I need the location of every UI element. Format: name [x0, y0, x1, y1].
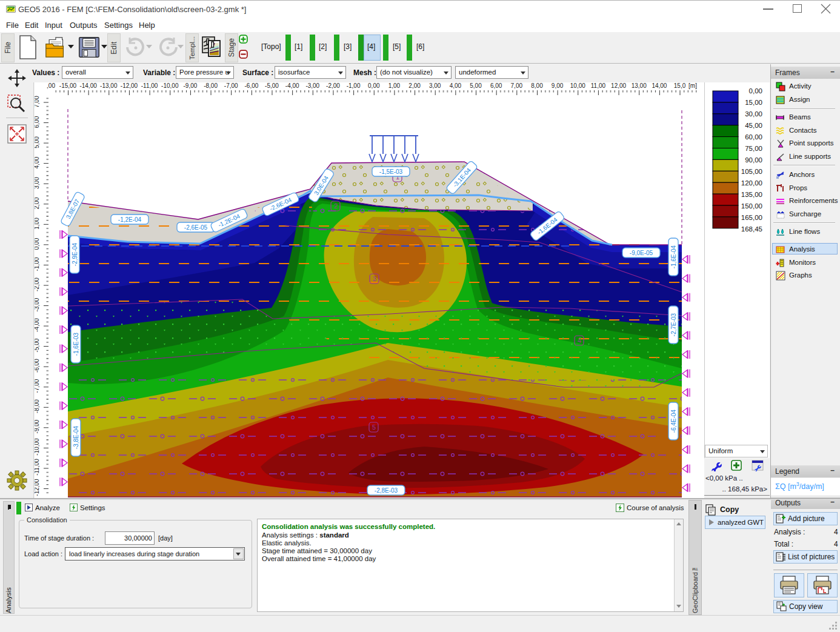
svg-text:-3,00: -3,00 [305, 82, 319, 89]
svg-text:15,0: 15,0 [674, 82, 686, 89]
svg-text:0,00: 0,00 [35, 238, 40, 250]
svg-text:-12,00: -12,00 [121, 82, 138, 89]
svg-text:-6,00: -6,00 [35, 359, 40, 373]
svg-text:-4,00: -4,00 [285, 82, 299, 89]
svg-text:[m]: [m] [688, 82, 697, 89]
svg-text:0,00: 0,00 [749, 87, 762, 95]
svg-text:-6,00: -6,00 [245, 82, 259, 89]
svg-text:-2,6E-05: -2,6E-05 [184, 224, 208, 231]
svg-text:-1,2E-04: -1,2E-04 [118, 216, 142, 223]
svg-text:9,00: 9,00 [552, 82, 564, 89]
svg-text:-9,00: -9,00 [184, 82, 198, 89]
svg-text:-9,0E-05: -9,0E-05 [630, 250, 653, 256]
svg-text:14,00: 14,00 [652, 82, 667, 89]
svg-text:13,00: 13,00 [632, 82, 647, 89]
svg-text:-2,00: -2,00 [35, 278, 40, 291]
svg-text:11,00: 11,00 [591, 82, 606, 89]
svg-text:-10,00: -10,00 [35, 438, 40, 456]
svg-text:12,00: 12,00 [611, 82, 626, 89]
svg-text:-12,00: -12,00 [35, 479, 40, 496]
svg-text:90,00: 90,00 [745, 156, 762, 164]
svg-text:-11,00: -11,00 [35, 459, 40, 476]
svg-text:75,00: 75,00 [745, 145, 762, 152]
svg-text:-4,00: -4,00 [35, 318, 40, 332]
svg-text:6,00: 6,00 [490, 82, 502, 89]
svg-text:150,00: 150,00 [741, 202, 762, 210]
svg-text:-2,9E-04: -2,9E-04 [72, 242, 78, 266]
svg-text:120,00: 120,00 [741, 179, 762, 187]
svg-text:45,00: 45,00 [745, 122, 762, 129]
svg-text:-3,8E-04: -3,8E-04 [73, 425, 79, 449]
svg-text:3: 3 [373, 275, 376, 282]
svg-text:10,00: 10,00 [570, 82, 585, 89]
svg-text:0,00: 0,00 [368, 82, 380, 89]
svg-text:15,00: 15,00 [745, 99, 762, 106]
svg-text:3,00: 3,00 [35, 177, 40, 189]
svg-text:-7,00: -7,00 [224, 82, 238, 89]
svg-text:-2,7E-03: -2,7E-03 [670, 313, 677, 336]
svg-text:-1,6E-03: -1,6E-03 [73, 332, 79, 356]
svg-text:1,00: 1,00 [388, 82, 401, 89]
svg-text:168,45: 168,45 [741, 225, 762, 233]
svg-text:-13,00: -13,00 [100, 82, 118, 89]
svg-text:-1,5E-03: -1,5E-03 [379, 168, 403, 175]
svg-text:-1,00: -1,00 [35, 257, 40, 271]
svg-text:-8,00: -8,00 [204, 82, 218, 89]
svg-text:-5,00: -5,00 [265, 82, 279, 89]
svg-text:-10,00: -10,00 [161, 82, 179, 89]
svg-text:5,00: 5,00 [35, 136, 40, 148]
svg-text:6,00: 6,00 [35, 116, 40, 128]
svg-text:1,00: 1,00 [35, 218, 40, 230]
svg-text:-1,00: -1,00 [347, 82, 361, 89]
svg-text:4,00: 4,00 [35, 156, 40, 168]
svg-text:135,00: 135,00 [741, 191, 762, 198]
svg-text:-8,00: -8,00 [35, 399, 40, 413]
svg-text:-9,00: -9,00 [35, 419, 40, 433]
svg-text:2,00: 2,00 [35, 197, 40, 209]
svg-text:4,00: 4,00 [450, 82, 462, 89]
svg-text:7,00: 7,00 [511, 82, 523, 89]
svg-text:3,00: 3,00 [429, 82, 441, 89]
svg-text:5,00: 5,00 [470, 82, 482, 89]
svg-text:7,00: 7,00 [35, 96, 40, 108]
svg-text:2: 2 [334, 202, 338, 210]
svg-text:-6,4E-04: -6,4E-04 [670, 409, 677, 433]
svg-text:4: 4 [578, 337, 581, 344]
svg-text:-3,00: -3,00 [35, 298, 40, 311]
svg-text:-14,00: -14,00 [79, 82, 97, 89]
svg-text:105,00: 105,00 [741, 168, 762, 175]
svg-text:-1,6E-04: -1,6E-04 [670, 245, 677, 268]
svg-text:8,00: 8,00 [531, 82, 543, 89]
svg-text:-7,00: -7,00 [35, 379, 40, 393]
svg-text:5: 5 [372, 424, 376, 431]
svg-text:60,00: 60,00 [745, 133, 762, 141]
svg-text:-15,00: -15,00 [59, 82, 77, 89]
svg-text:-11,00: -11,00 [141, 82, 158, 89]
svg-text:-2,00: -2,00 [326, 82, 340, 89]
svg-text:-2,8E-03: -2,8E-03 [375, 487, 398, 494]
svg-text:,00: ,00 [47, 82, 55, 89]
svg-text:2,00: 2,00 [408, 82, 421, 89]
svg-text:30,00: 30,00 [745, 110, 762, 118]
svg-text:-5,00: -5,00 [35, 338, 40, 352]
svg-text:165,00: 165,00 [741, 214, 762, 221]
